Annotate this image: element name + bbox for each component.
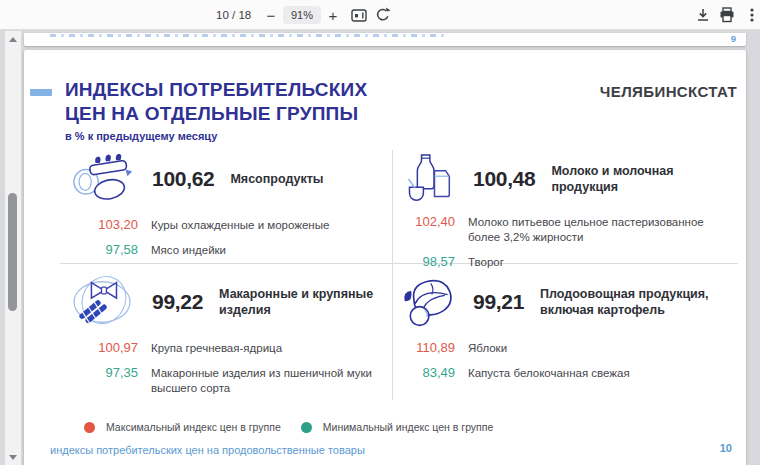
title-accent-dash [30,89,52,96]
footer-link[interactable]: индексы потребительских цен на продоволь… [50,444,365,456]
more-options-button[interactable] [741,0,760,30]
previous-page-sliver: 9 [24,33,746,46]
rotate-button[interactable] [372,0,394,30]
page-indicator[interactable]: 10 / 18 [216,0,251,30]
group-card-vegetables: 99,21 Плодоовощная продукция, включая ка… [393,264,738,400]
vertical-scrollbar[interactable] [5,31,21,465]
zoom-level-field[interactable]: 91% [283,6,321,24]
min-index-label: Мясо индейки [151,242,392,258]
group-index-value: 99,22 [152,290,203,314]
group-name: Мясопродукты [230,171,323,187]
previous-page-number: 9 [731,33,736,44]
max-index-dot-icon [84,422,95,433]
pdf-page: ИНДЕКСЫ ПОТРЕБИТЕЛЬСКИХ ЦЕН НА ОТДЕЛЬНЫЕ… [24,50,746,465]
max-index-label: Яблоки [468,340,738,356]
zoom-in-button[interactable]: + [322,0,344,30]
page-title: ИНДЕКСЫ ПОТРЕБИТЕЛЬСКИХ ЦЕН НА ОТДЕЛЬНЫЕ… [65,78,367,125]
download-button[interactable] [692,0,714,30]
min-index-label: Макаронные изделия из пшеничной муки выс… [151,365,392,396]
min-index-label: Капуста белокочанная свежая [468,365,738,381]
pdf-toolbar: 10 / 18 − 91% + [0,0,760,30]
group-card-pasta: 99,22 Макаронные и крупяные изделия 100,… [60,264,393,400]
group-name: Макаронные и крупяные изделия [219,286,392,319]
min-index-value: 97,58 [60,242,138,257]
meat-icon [70,153,136,205]
page-title-line1: ИНДЕКСЫ ПОТРЕБИТЕЛЬСКИХ [65,78,367,102]
current-page-number: 10 [720,442,732,454]
legend-item-min: Минимальный индекс цен в группе [301,421,494,433]
group-name: Плодоовощная продукция, включая картофел… [540,286,738,319]
print-icon [719,7,735,23]
org-logo-text: ЧЕЛЯБИНСКСТАТ [600,83,737,100]
group-name: Молоко и молочная продукция [551,163,738,196]
max-index-value: 102,40 [393,214,455,229]
legend-item-max: Максимальный индекс цен в группе [84,421,281,433]
max-index-value: 110,89 [393,340,455,355]
group-index-value: 100,48 [473,167,535,191]
index-groups-grid: 100,62 Мясопродукты 103,20 Куры охлажден… [60,150,738,400]
clipped-text-remnant [50,34,448,37]
fit-page-icon [351,8,367,23]
legend: Максимальный индекс цен в группе Минимал… [84,421,493,433]
pasta-icon [70,276,136,328]
milk-icon [399,153,457,205]
download-icon [695,7,711,23]
max-index-label: Куры охлажденные и мороженые [151,217,392,233]
scrollbar-thumb[interactable] [8,193,17,311]
print-button[interactable] [716,0,738,30]
group-index-value: 99,21 [473,290,524,314]
fit-page-button[interactable] [348,0,370,30]
max-index-value: 100,97 [60,340,138,355]
legend-min-label: Минимальный индекс цен в группе [323,421,494,433]
group-card-milk: 100,48 Молоко и молочная продукция 102,4… [393,150,738,264]
min-index-value: 83,49 [393,365,455,380]
page-subtitle: в % к предыдущему месяцу [65,130,217,142]
min-index-value: 97,35 [60,365,138,380]
min-index-dot-icon [301,422,312,433]
max-index-value: 103,20 [60,217,138,232]
max-index-label: Молоко питьевое цельное пастеризованное … [468,214,738,245]
rotate-icon [375,7,391,23]
group-index-value: 100,62 [152,167,214,191]
max-index-label: Крупа гречневая-ядрица [151,340,392,356]
vegetables-icon [399,276,457,328]
legend-max-label: Максимальный индекс цен в группе [106,421,281,433]
scroll-down-arrow[interactable] [9,455,17,460]
kebab-menu-icon [750,7,754,23]
page-title-line2: ЦЕН НА ОТДЕЛЬНЫЕ ГРУППЫ [65,102,367,126]
group-card-meat: 100,62 Мясопродукты 103,20 Куры охлажден… [60,150,393,264]
zoom-out-button[interactable]: − [260,0,282,30]
scroll-up-arrow[interactable] [9,37,17,42]
